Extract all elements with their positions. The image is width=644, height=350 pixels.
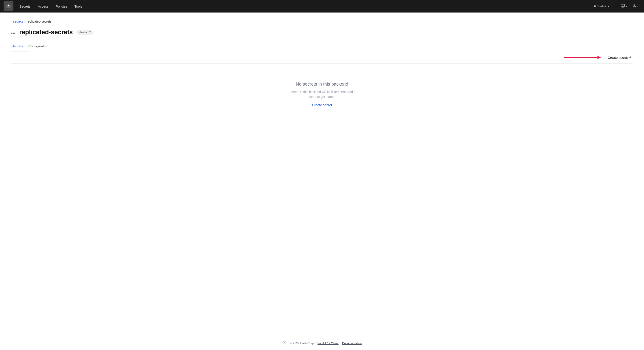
status-indicator <box>594 5 596 7</box>
vault-logo[interactable] <box>4 1 14 11</box>
user-icon <box>632 4 636 9</box>
create-secret-button[interactable]: Create secret + <box>606 54 633 61</box>
main-content: ‹ secrets ‹ replicated-secrets replicate… <box>0 12 644 336</box>
footer-vault-icon <box>282 341 286 346</box>
page-header: replicated-secrets Version 2 <box>11 29 633 36</box>
tabs: Secrets Configuration <box>11 42 633 51</box>
footer-vault-version-link[interactable]: Vault 1.12.2+ent <box>318 342 338 345</box>
breadcrumb-separator: ‹ <box>24 20 25 23</box>
tab-configuration[interactable]: Configuration <box>28 42 53 51</box>
chevron-left-icon: ‹ <box>11 20 12 23</box>
empty-state-title: No secrets in this backend <box>296 82 348 87</box>
chevron-down-icon-user: ▾ <box>637 5 639 8</box>
nav-divider <box>615 3 616 9</box>
version-badge: Version 2 <box>76 30 93 35</box>
svg-point-5 <box>634 4 635 5</box>
user-button[interactable]: ▾ <box>630 2 640 10</box>
svg-rect-2 <box>621 4 624 7</box>
footer: © 2022 HashiCorp Vault 1.12.2+ent Docume… <box>0 336 644 350</box>
nav-item-secrets[interactable]: Secrets <box>16 3 34 10</box>
annotation-arrow <box>562 54 602 61</box>
page-title: replicated-secrets <box>19 29 73 36</box>
monitor-icon <box>621 4 625 9</box>
nav-item-policies[interactable]: Policies <box>52 3 70 10</box>
svg-marker-15 <box>284 342 285 343</box>
list-icon <box>11 30 16 35</box>
empty-state: No secrets in this backend Secrets in th… <box>11 64 633 120</box>
status-label: Status <box>597 4 606 8</box>
chevron-down-icon-monitor: ▾ <box>626 5 627 8</box>
breadcrumb-secrets-link[interactable]: secrets <box>13 20 23 23</box>
create-secret-label: Create secret <box>608 56 628 59</box>
chevron-down-icon: ▾ <box>608 5 609 8</box>
nav-item-access[interactable]: Access <box>35 3 52 10</box>
empty-state-description: Secrets in this backend will be listed h… <box>284 89 360 99</box>
tab-secrets[interactable]: Secrets <box>11 42 28 51</box>
top-navigation: Secrets Access Policies Tools Status ▾ ▾ <box>0 0 644 12</box>
breadcrumb: ‹ secrets ‹ replicated-secrets <box>11 20 633 23</box>
footer-docs-link[interactable]: Documentation <box>342 342 362 345</box>
plus-icon: + <box>629 55 632 59</box>
footer-copyright: © 2022 HashiCorp <box>290 342 314 345</box>
nav-items: Secrets Access Policies Tools <box>16 3 592 10</box>
nav-item-tools[interactable]: Tools <box>71 3 86 10</box>
breadcrumb-current: replicated-secrets <box>27 20 52 23</box>
toolbar: Create secret + <box>11 51 633 64</box>
svg-marker-13 <box>598 56 601 59</box>
status-dropdown[interactable]: Status ▾ <box>592 3 612 9</box>
monitor-button[interactable]: ▾ <box>619 2 629 10</box>
nav-right: Status ▾ ▾ ▾ <box>592 2 640 10</box>
empty-state-create-link[interactable]: Create secret <box>312 103 332 107</box>
